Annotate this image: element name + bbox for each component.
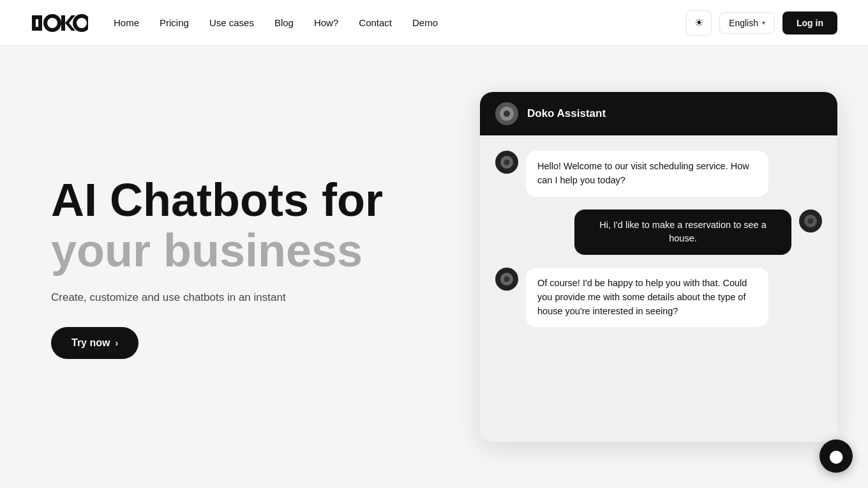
user-avatar-1 <box>799 210 822 233</box>
chat-fab-icon: ⬤ <box>829 448 843 464</box>
bot-avatar-icon-1 <box>500 156 513 169</box>
hero-section: AI Chatbots for your business Create, cu… <box>0 46 868 488</box>
nav-item-blog[interactable]: Blog <box>274 17 294 29</box>
svg-point-4 <box>45 16 59 30</box>
chat-assistant-name: Doko Assistant <box>527 107 606 120</box>
hero-title-line2: your business <box>51 225 383 276</box>
sun-icon: ☀ <box>694 17 703 29</box>
chat-header-avatar <box>495 102 518 125</box>
nav-right: ☀ English ▾ Log in <box>686 10 837 36</box>
try-now-button[interactable]: Try now › <box>51 327 138 359</box>
logo[interactable] <box>31 10 88 36</box>
chat-header: Doko Assistant <box>480 92 837 135</box>
nav-item-home[interactable]: Home <box>114 17 139 29</box>
chat-message-3: Of course! I'd be happy to help you with… <box>495 268 822 327</box>
bot-avatar-2 <box>495 268 518 291</box>
hero-title: AI Chatbots for your business <box>51 175 383 276</box>
chat-bubble-bot-2: Of course! I'd be happy to help you with… <box>526 268 768 327</box>
bot-avatar-icon-2 <box>500 273 513 286</box>
chevron-down-icon: ▾ <box>762 19 765 26</box>
login-button[interactable]: Log in <box>782 11 837 34</box>
user-avatar-icon-1 <box>804 215 817 227</box>
svg-point-6 <box>75 16 88 30</box>
chat-avatar-icon <box>500 107 514 121</box>
hero-title-line1: AI Chatbots for <box>51 175 383 225</box>
nav-item-pricing[interactable]: Pricing <box>160 17 189 29</box>
nav-links: Home Pricing Use cases Blog How? Contact… <box>114 17 438 29</box>
theme-toggle-button[interactable]: ☀ <box>686 10 712 36</box>
svg-rect-5 <box>61 15 65 31</box>
hero-left: AI Chatbots for your business Create, cu… <box>51 175 383 359</box>
chat-fab-button[interactable]: ⬤ <box>819 439 853 473</box>
nav-item-demo[interactable]: Demo <box>412 17 438 29</box>
chat-card: Doko Assistant Hello! Welcome to our vis… <box>480 92 837 442</box>
try-now-label: Try now <box>71 337 110 349</box>
arrow-icon: › <box>115 338 118 348</box>
logo-svg <box>31 10 88 36</box>
navbar: Home Pricing Use cases Blog How? Contact… <box>0 0 868 46</box>
nav-item-use-cases[interactable]: Use cases <box>209 17 254 29</box>
nav-item-contact[interactable]: Contact <box>359 17 392 29</box>
language-selector[interactable]: English ▾ <box>719 12 775 34</box>
chat-body: Hello! Welcome to our visit scheduling s… <box>480 135 837 442</box>
language-label: English <box>729 18 758 28</box>
chat-message-1: Hello! Welcome to our visit scheduling s… <box>495 151 822 197</box>
nav-left: Home Pricing Use cases Blog How? Contact… <box>31 10 438 36</box>
svg-rect-3 <box>38 15 42 31</box>
chat-message-2: Hi, I'd like to make a reservation to se… <box>495 210 822 255</box>
chat-bubble-user-1: Hi, I'd like to make a reservation to se… <box>574 210 791 255</box>
nav-item-how[interactable]: How? <box>314 17 338 29</box>
chat-bubble-bot-1: Hello! Welcome to our visit scheduling s… <box>526 151 768 197</box>
bot-avatar-1 <box>495 151 518 174</box>
hero-subtitle: Create, customize and use chatbots in an… <box>51 291 383 304</box>
